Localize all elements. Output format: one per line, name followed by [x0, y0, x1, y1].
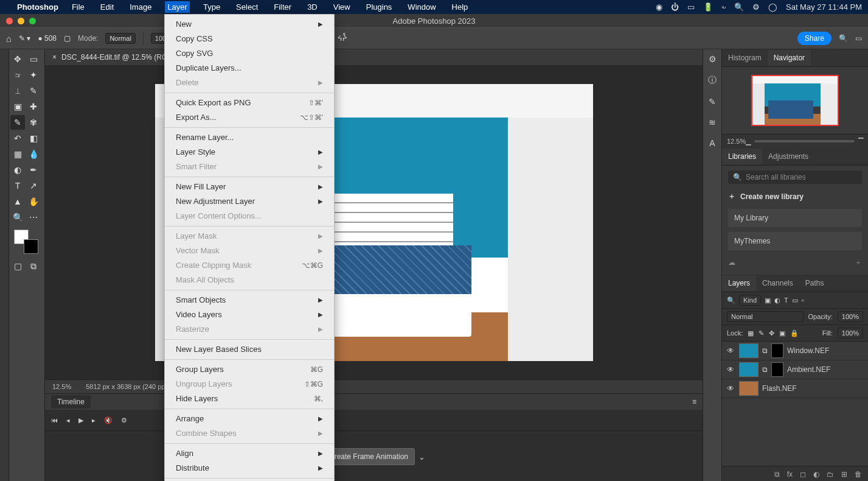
heal-tool[interactable]: ✚ — [26, 99, 41, 114]
first-frame-icon[interactable]: ⏮ — [51, 416, 58, 424]
libraries-tab[interactable]: Libraries — [722, 149, 762, 164]
navigator-tab[interactable]: Navigator — [768, 50, 811, 66]
adjustments-icon[interactable]: ≋ — [709, 118, 716, 127]
character-icon[interactable]: A — [709, 138, 715, 148]
blur-tool[interactable]: 💧 — [26, 147, 41, 161]
layer-name[interactable]: Window.NEF — [787, 346, 829, 355]
menu-type[interactable]: Type — [201, 1, 223, 13]
filter-icon[interactable]: 🔍 — [727, 297, 735, 304]
menu-item-copy-svg[interactable]: Copy SVG — [165, 46, 334, 61]
document-dimensions[interactable]: 5812 px x 3638 px (240 ppi) — [86, 383, 168, 390]
navigator-thumbnail[interactable] — [751, 75, 839, 126]
siri-icon[interactable]: ◯ — [768, 2, 777, 12]
layer-thumbnail[interactable] — [739, 343, 759, 358]
brush-preview[interactable]: ● 508 — [38, 34, 57, 43]
menu-item-rename-layer[interactable]: Rename Layer... — [165, 130, 334, 145]
menu-item-duplicate-layers[interactable]: Duplicate Layers... — [165, 61, 334, 75]
status-icon[interactable]: ◉ — [656, 2, 662, 12]
libraries-search[interactable]: 🔍 Search all libraries — [728, 170, 862, 184]
stamp-tool[interactable]: ✾ — [26, 115, 41, 130]
lasso-tool[interactable]: ⟉ — [10, 68, 25, 82]
navigator-panel[interactable] — [722, 67, 868, 134]
link-layers-icon[interactable]: ⧉ — [774, 470, 780, 479]
adjustment-layer-icon[interactable]: ◐ — [813, 470, 819, 479]
lock-transparency-icon[interactable]: ▦ — [748, 329, 754, 337]
hand-tool[interactable]: ✋ — [26, 194, 41, 209]
control-center-icon[interactable]: ⚙ — [752, 2, 760, 12]
filter-pixel-icon[interactable]: ▣ — [765, 297, 771, 304]
gradient-tool[interactable]: ▦ — [10, 147, 25, 161]
menu-item-align[interactable]: Align▶ — [165, 446, 334, 461]
adjustments-tab[interactable]: Adjustments — [762, 149, 814, 164]
screen-mode-icon[interactable]: ⧉ — [26, 259, 41, 273]
menu-item-new-layer-based-slices[interactable]: New Layer Based Slices — [165, 342, 334, 357]
properties-icon[interactable]: ⚙ — [709, 54, 717, 64]
workspace-switch-icon[interactable]: ▭ — [855, 34, 862, 43]
new-layer-icon[interactable]: ⊞ — [841, 470, 847, 479]
create-frame-animation-button[interactable]: Create Frame Animation — [322, 448, 415, 465]
wifi-icon[interactable]: ⧜ — [721, 2, 726, 12]
menu-select[interactable]: Select — [234, 1, 260, 13]
path-tool[interactable]: ↗ — [26, 178, 41, 193]
zoom-tool[interactable]: 🔍 — [10, 210, 25, 225]
menubar-clock[interactable]: Sat May 27 11:44 PM — [786, 2, 862, 12]
menu-view[interactable]: View — [331, 1, 353, 13]
status-icon[interactable]: ▭ — [687, 2, 695, 12]
brush-tool[interactable]: ✎ — [10, 115, 25, 130]
prev-frame-icon[interactable]: ◂ — [66, 416, 70, 424]
filter-smart-icon[interactable]: ▫ — [802, 297, 804, 304]
library-item[interactable]: My Library — [728, 209, 862, 227]
shape-tool[interactable]: ▲ — [10, 194, 25, 209]
pen-tool[interactable]: ✒ — [26, 163, 41, 177]
menu-edit[interactable]: Edit — [98, 1, 116, 13]
paths-tab[interactable]: Paths — [799, 275, 830, 291]
filter-adj-icon[interactable]: ◐ — [774, 297, 780, 304]
timeline-settings-icon[interactable]: ⚙ — [121, 416, 127, 424]
add-mask-icon[interactable]: ◻ — [800, 470, 806, 479]
more-tools[interactable]: ⋯ — [26, 210, 41, 225]
navigator-zoom-value[interactable]: 12.5% — [727, 138, 746, 145]
type-tool[interactable]: T — [10, 178, 25, 193]
link-icon[interactable]: ⧉ — [762, 365, 768, 374]
zoom-in-icon[interactable]: ▔ — [858, 138, 863, 146]
move-tool[interactable]: ✥ — [10, 52, 25, 66]
lock-artboard-icon[interactable]: ▣ — [779, 329, 785, 337]
menu-layer[interactable]: Layer — [165, 1, 190, 13]
symmetry-icon[interactable]: ᔦᔧ — [338, 34, 347, 43]
app-menu[interactable]: Photoshop — [17, 2, 58, 12]
layer-thumbnail[interactable] — [739, 362, 759, 377]
menu-help[interactable]: Help — [450, 1, 471, 13]
collapse-rail[interactable] — [0, 49, 9, 481]
play-icon[interactable]: ▶ — [78, 416, 83, 424]
link-icon[interactable]: ⧉ — [762, 346, 768, 355]
battery-icon[interactable]: 🔋 — [703, 2, 713, 12]
menu-plugins[interactable]: Plugins — [364, 1, 395, 13]
menu-item-copy-css[interactable]: Copy CSS — [165, 32, 334, 46]
zoom-readout[interactable]: 12.5% — [52, 383, 71, 390]
menu-filter[interactable]: Filter — [271, 1, 294, 13]
menu-item-arrange[interactable]: Arrange▶ — [165, 412, 334, 426]
menu-item-video-layers[interactable]: Video Layers▶ — [165, 307, 334, 322]
layer-name[interactable]: Flash.NEF — [762, 384, 797, 393]
dodge-tool[interactable]: ◐ — [10, 163, 25, 177]
channels-tab[interactable]: Channels — [756, 275, 799, 291]
menu-item-group-layers[interactable]: Group Layers⌘G — [165, 362, 334, 377]
marquee-tool[interactable]: ▭ — [26, 52, 41, 66]
search-icon[interactable]: 🔍 — [839, 34, 848, 43]
eyedropper-tool[interactable]: ✎ — [26, 83, 41, 98]
add-icon[interactable]: ＋ — [855, 258, 862, 268]
quick-mask-icon[interactable]: ▢ — [10, 259, 25, 273]
layer-name[interactable]: Ambient.NEF — [787, 365, 830, 374]
menu-item-distribute[interactable]: Distribute▶ — [165, 461, 334, 476]
color-swatches[interactable] — [14, 230, 38, 254]
create-library-button[interactable]: ＋ Create new library — [728, 189, 862, 204]
status-icon[interactable]: ⏻ — [671, 2, 679, 12]
menu-item-hide-layers[interactable]: Hide Layers⌘, — [165, 391, 334, 406]
blend-mode-select[interactable]: Normal — [105, 33, 135, 44]
close-tab-icon[interactable]: × — [52, 53, 57, 61]
menu-item-smart-objects[interactable]: Smart Objects▶ — [165, 293, 334, 307]
layer-mask-thumbnail[interactable] — [771, 343, 783, 358]
background-color[interactable] — [24, 239, 38, 254]
brushes-icon[interactable]: ✎ — [709, 97, 716, 107]
next-frame-icon[interactable]: ▸ — [92, 416, 95, 424]
